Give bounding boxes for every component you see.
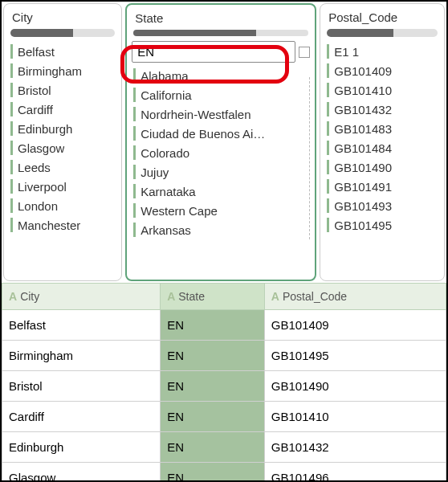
city-item[interactable]: Edinburgh bbox=[9, 119, 116, 138]
scroll-indicator bbox=[308, 77, 310, 239]
tick-icon bbox=[327, 179, 329, 194]
cell-city[interactable]: Bristol bbox=[2, 371, 161, 402]
state-item[interactable]: Colorado bbox=[132, 143, 310, 162]
postal-item[interactable]: GB101493 bbox=[325, 196, 439, 215]
cell-state[interactable]: EN bbox=[161, 402, 265, 432]
tick-icon bbox=[327, 121, 329, 136]
cell-city[interactable]: Cardiff bbox=[2, 402, 161, 432]
tick-icon bbox=[133, 203, 136, 218]
cell-postal[interactable]: GB101432 bbox=[264, 432, 446, 463]
city-item-label: Bristol bbox=[18, 84, 51, 97]
city-item-label: London bbox=[18, 199, 58, 213]
column-header-city[interactable]: ACity bbox=[2, 284, 161, 310]
city-item[interactable]: Bristol bbox=[9, 80, 116, 100]
state-item-label: Nordrhein-Westfalen bbox=[141, 108, 250, 121]
cell-state[interactable]: EN bbox=[161, 341, 265, 371]
cell-postal[interactable]: GB101490 bbox=[264, 371, 446, 402]
cell-state[interactable]: EN bbox=[161, 463, 265, 483]
state-item-label: Ciudad de Buenos Ai… bbox=[141, 127, 265, 141]
state-item[interactable]: Arkansas bbox=[132, 220, 310, 239]
postal-item[interactable]: E1 1 bbox=[325, 42, 439, 61]
table-row[interactable]: BristolENGB101490 bbox=[2, 371, 446, 402]
state-panel-header: State bbox=[132, 11, 310, 28]
table-row[interactable]: EdinburghENGB101432 bbox=[2, 432, 446, 463]
postal-filter-panel: Postal_Code E1 1GB101409GB101410GB101432… bbox=[320, 3, 445, 281]
tick-icon bbox=[10, 63, 13, 78]
postal-item[interactable]: GB101409 bbox=[325, 61, 439, 80]
state-item-label: Western Cape bbox=[141, 204, 218, 218]
state-item[interactable]: Alabama bbox=[132, 66, 310, 85]
table-row[interactable]: CardiffENGB101410 bbox=[2, 402, 446, 432]
state-item-label: Alabama bbox=[141, 69, 188, 83]
tick-icon bbox=[10, 179, 13, 194]
postal-item[interactable]: GB101432 bbox=[325, 100, 439, 119]
tick-icon bbox=[133, 145, 136, 160]
type-icon: A bbox=[9, 290, 17, 303]
city-filter-panel: City BelfastBirminghamBristolCardiffEdin… bbox=[3, 3, 122, 281]
postal-item-label: GB101484 bbox=[334, 141, 392, 155]
cell-state[interactable]: EN bbox=[161, 310, 265, 341]
state-item-label: Arkansas bbox=[141, 223, 191, 237]
city-item-label: Manchester bbox=[18, 219, 80, 232]
city-item[interactable]: Liverpool bbox=[9, 177, 116, 196]
city-item[interactable]: Glasgow bbox=[9, 138, 116, 157]
cell-city[interactable]: Glasgow bbox=[2, 463, 161, 483]
state-item[interactable]: Jujuy bbox=[132, 162, 310, 182]
cell-postal[interactable]: GB101495 bbox=[264, 341, 446, 371]
tick-icon bbox=[133, 184, 136, 198]
postal-item-label: GB101409 bbox=[334, 64, 392, 78]
tick-icon bbox=[133, 126, 136, 141]
state-filter-input[interactable] bbox=[132, 41, 295, 63]
city-item[interactable]: London bbox=[9, 196, 116, 215]
tick-icon bbox=[133, 68, 136, 83]
postal-item[interactable]: GB101491 bbox=[325, 177, 439, 196]
postal-item-label: GB101490 bbox=[334, 161, 392, 174]
postal-item[interactable]: GB101490 bbox=[325, 157, 439, 177]
column-header-state[interactable]: AState bbox=[161, 284, 265, 310]
table-row[interactable]: BirminghamENGB101495 bbox=[2, 341, 446, 371]
state-filter-checkbox[interactable] bbox=[299, 47, 310, 58]
cell-postal[interactable]: GB101409 bbox=[264, 310, 446, 341]
postal-item-label: GB101483 bbox=[334, 122, 392, 136]
cell-city[interactable]: Belfast bbox=[2, 310, 161, 341]
cell-state[interactable]: EN bbox=[161, 432, 265, 463]
state-item[interactable]: Ciudad de Buenos Ai… bbox=[132, 124, 310, 143]
tick-icon bbox=[10, 160, 13, 174]
postal-item[interactable]: GB101410 bbox=[325, 80, 439, 100]
state-item[interactable]: Western Cape bbox=[132, 201, 310, 220]
state-item[interactable]: California bbox=[132, 85, 310, 104]
postal-item-label: E1 1 bbox=[334, 45, 359, 59]
state-item[interactable]: Karnataka bbox=[132, 182, 310, 201]
city-item[interactable]: Manchester bbox=[9, 215, 116, 235]
state-item[interactable]: Nordrhein-Westfalen bbox=[132, 104, 310, 124]
tick-icon bbox=[133, 165, 136, 179]
postal-item[interactable]: GB101484 bbox=[325, 138, 439, 157]
postal-item[interactable]: GB101483 bbox=[325, 119, 439, 138]
state-item-label: Jujuy bbox=[141, 165, 169, 179]
tick-icon bbox=[133, 223, 136, 237]
tick-icon bbox=[10, 83, 13, 97]
city-item[interactable]: Birmingham bbox=[9, 61, 116, 80]
table-row[interactable]: GlasgowENGB101496 bbox=[2, 463, 446, 483]
city-item-label: Belfast bbox=[18, 45, 55, 59]
tick-icon bbox=[327, 44, 329, 59]
cell-postal[interactable]: GB101410 bbox=[264, 402, 446, 432]
cell-state[interactable]: EN bbox=[161, 371, 265, 402]
city-item-label: Edinburgh bbox=[18, 122, 72, 136]
state-item-label: California bbox=[141, 88, 191, 102]
city-item[interactable]: Leeds bbox=[9, 157, 116, 177]
cell-postal[interactable]: GB101496 bbox=[264, 463, 446, 483]
state-item-label: Karnataka bbox=[141, 185, 195, 198]
postal-item[interactable]: GB101495 bbox=[325, 215, 439, 235]
column-header-postal[interactable]: APostal_Code bbox=[264, 284, 446, 310]
tick-icon bbox=[133, 88, 136, 102]
state-filter-panel: State AlabamaCaliforniaNordrhein-Westfal… bbox=[125, 3, 316, 281]
tick-icon bbox=[10, 198, 13, 213]
postal-distribution-bar bbox=[327, 29, 438, 37]
city-item[interactable]: Cardiff bbox=[9, 100, 116, 119]
table-row[interactable]: BelfastENGB101409 bbox=[2, 310, 446, 341]
cell-city[interactable]: Edinburgh bbox=[2, 432, 161, 463]
city-item-label: Leeds bbox=[18, 161, 51, 174]
cell-city[interactable]: Birmingham bbox=[2, 341, 161, 371]
city-item[interactable]: Belfast bbox=[9, 42, 116, 61]
